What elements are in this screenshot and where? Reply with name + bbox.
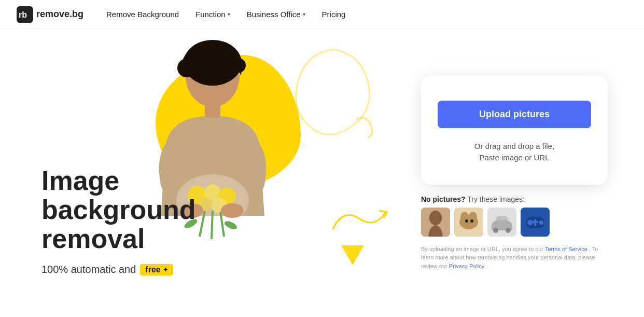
paste-url-text: Paste image or URL (479, 153, 549, 162)
chevron-down-icon: ▾ (228, 11, 230, 17)
svg-point-19 (221, 203, 244, 218)
hero-subline: 100% automatic and free (41, 264, 196, 275)
svg-point-26 (465, 219, 468, 223)
nav-item-function[interactable]: Function ▾ (189, 6, 236, 23)
sample-thumbnail-3[interactable] (487, 208, 516, 237)
nav-item-remove-background[interactable]: Remove Background (100, 6, 185, 23)
sample-thumbnails (421, 208, 608, 237)
nav-item-business-office[interactable]: Business Office ▾ (241, 6, 312, 23)
navbar: rb remove.bg Remove Background Function … (0, 0, 644, 29)
chevron-down-icon: ▾ (303, 11, 305, 17)
svg-point-21 (429, 211, 442, 225)
nav-item-pricing[interactable]: Pricing (316, 6, 352, 23)
svg-point-4 (177, 59, 196, 77)
right-section: Upload pictures Or drag and drop a file,… (395, 29, 644, 317)
upload-card: Upload pictures Or drag and drop a file,… (421, 76, 608, 185)
nav-links: Remove Background Function ▾ Business Of… (100, 6, 352, 23)
decorative-triangle (341, 245, 364, 265)
decorative-blob-right (286, 45, 380, 138)
sample-images-label: No pictures? Try these images: (421, 195, 608, 203)
svg-point-5 (231, 58, 246, 73)
svg-point-36 (539, 220, 543, 225)
svg-point-30 (506, 228, 511, 233)
terms-of-service-link[interactable]: Terms of Service (545, 246, 587, 252)
svg-point-27 (470, 219, 473, 223)
sample-thumbnail-1[interactable] (421, 208, 450, 237)
svg-rect-35 (532, 221, 538, 223)
svg-point-29 (493, 228, 498, 233)
free-badge: free (140, 264, 173, 275)
logo[interactable]: rb remove.bg (17, 6, 83, 23)
decorative-swirl (328, 203, 390, 239)
left-section: Image background removal 100% automatic … (0, 29, 395, 317)
terms-text: By uploading an image or URL, you agree … (421, 245, 608, 271)
svg-point-33 (527, 220, 533, 225)
privacy-policy-link[interactable]: Privacy Policy (449, 263, 484, 269)
svg-text:rb: rb (19, 10, 27, 19)
svg-line-14 (212, 211, 213, 239)
logo-icon: rb (17, 6, 33, 23)
sample-thumbnail-4[interactable] (521, 208, 550, 237)
upload-pictures-button[interactable]: Upload pictures (438, 101, 591, 128)
hero-headline: Image background removal (41, 166, 196, 253)
main-content: Image background removal 100% automatic … (0, 29, 644, 317)
sample-thumbnail-2[interactable] (454, 208, 483, 237)
upload-subtext: Or drag and drop a file, Paste image or … (474, 141, 554, 164)
hero-text-block: Image background removal 100% automatic … (41, 166, 196, 275)
logo-text: remove.bg (36, 9, 83, 20)
sample-images-section: No pictures? Try these images: (421, 195, 608, 237)
svg-rect-6 (205, 104, 220, 120)
